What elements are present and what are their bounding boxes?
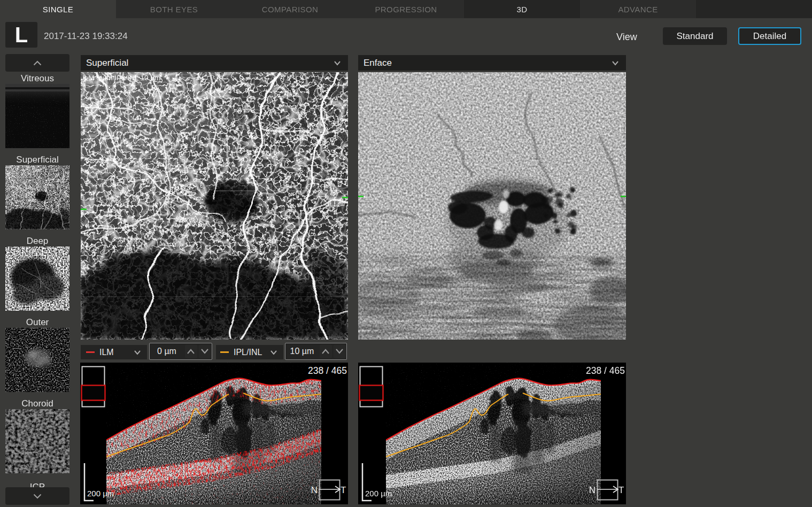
svg-text:200 µm: 200 µm: [365, 489, 392, 498]
svg-text:238 / 465: 238 / 465: [586, 365, 625, 376]
svg-text:238 / 465: 238 / 465: [308, 365, 347, 376]
svg-text:N: N: [589, 485, 596, 495]
svg-text:200 µm: 200 µm: [87, 489, 114, 498]
svg-text:T: T: [618, 485, 624, 495]
svg-text:T: T: [341, 485, 346, 495]
svg-text:N: N: [311, 485, 318, 495]
svg-text:ILM 0 µm IPL/INL 10 µm: ILM 0 µm IPL/INL 10 µm: [82, 74, 160, 82]
